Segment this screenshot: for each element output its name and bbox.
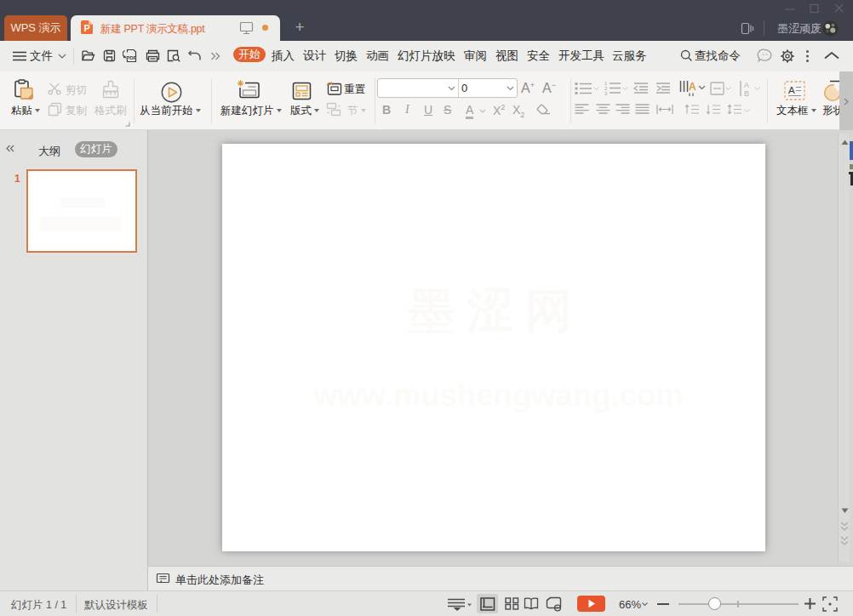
svg-text:3: 3: [604, 91, 608, 95]
svg-text:A: A: [788, 85, 795, 95]
svg-text:A: A: [744, 81, 749, 89]
svg-text:P: P: [84, 23, 90, 33]
svg-text:PDF: PDF: [126, 55, 136, 60]
svg-text:A: A: [689, 81, 696, 93]
svg-text:B: B: [744, 89, 749, 97]
